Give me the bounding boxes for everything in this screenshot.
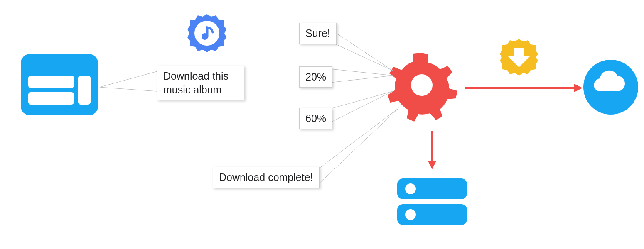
gear-icon — [388, 53, 457, 122]
bubble-progress-2: 60% — [299, 108, 332, 129]
svg-point-9 — [405, 183, 416, 194]
bubble-ack: Sure! — [299, 23, 337, 44]
svg-rect-1 — [28, 76, 74, 88]
svg-rect-3 — [78, 76, 91, 105]
bubble-complete: Download complete! — [213, 167, 320, 188]
pointer-request — [100, 71, 157, 91]
storage-drives-icon — [397, 178, 467, 225]
svg-marker-13 — [574, 84, 583, 92]
bubble-request: Download this music album — [157, 66, 244, 100]
svg-marker-15 — [428, 161, 436, 169]
arrow-to-storage — [428, 131, 436, 169]
music-note-seal-icon — [187, 14, 226, 52]
app-window-icon — [21, 54, 98, 115]
download-arrow-seal-icon — [500, 39, 538, 76]
svg-point-6 — [411, 74, 433, 96]
svg-rect-2 — [28, 92, 74, 105]
svg-point-11 — [405, 209, 416, 220]
bubble-progress-1: 20% — [299, 66, 332, 88]
arrow-to-cloud — [465, 84, 583, 92]
cloud-icon — [583, 60, 638, 115]
pointer-p1 — [326, 68, 393, 83]
pointer-ack — [330, 29, 393, 71]
pointer-p2 — [326, 91, 393, 124]
